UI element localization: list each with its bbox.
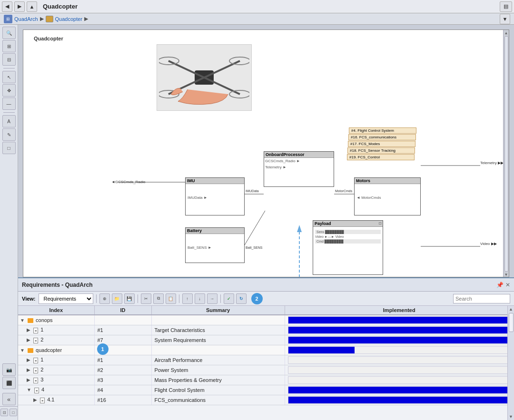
- battery-block[interactable]: Battery Batt_SENS ►: [185, 227, 245, 263]
- req-table-area[interactable]: Index ID Summary Implemented ▼ co: [18, 306, 514, 420]
- svg-text:Video ▶▶: Video ▶▶: [480, 242, 497, 246]
- payload-block[interactable]: Payload□ Sens ████████ Video ►—► Video C…: [313, 220, 383, 275]
- diagram-title: Quadcopter: [34, 36, 63, 41]
- imu-title: IMU: [186, 178, 244, 184]
- camera-button[interactable]: 📷: [2, 363, 16, 376]
- id-q2: #2: [94, 365, 151, 375]
- shape-button[interactable]: □: [2, 142, 16, 154]
- table-row[interactable]: ▶ ≡ 2 #7 System Requirements: [18, 335, 514, 345]
- expand-q1[interactable]: ▶: [27, 357, 30, 362]
- svg-text:◄GCSCmds_Radio: ◄GCSCmds_Radio: [111, 180, 146, 184]
- impl-q41: [285, 395, 514, 405]
- breadcrumb-quadcopter[interactable]: Quadcopter: [55, 16, 82, 22]
- table-row[interactable]: ▶ ≡ 1 #1 Target Characteristics: [18, 325, 514, 335]
- index-c2: 2: [40, 337, 43, 342]
- summary-q41: FCS_communications: [151, 395, 285, 405]
- table-row[interactable]: ▶ ≡ 1 #1 Aircraft Performance: [18, 355, 514, 365]
- motors-block[interactable]: Motors ◄ MotorCmds: [354, 177, 421, 215]
- breadcrumb-icon: ⊞: [4, 15, 12, 23]
- expand-quadcopter[interactable]: ▼: [20, 348, 25, 353]
- expand-conops[interactable]: ▼: [20, 318, 25, 323]
- select-button[interactable]: ↖: [2, 71, 16, 83]
- move-up-button[interactable]: ↑: [182, 293, 193, 304]
- req-panel-title: Requirements - QuadArch: [22, 282, 93, 288]
- annotate-button[interactable]: ✎: [2, 128, 16, 141]
- diagram-canvas[interactable]: Quadcopter: [18, 25, 514, 277]
- pin-icon[interactable]: 📌: [496, 282, 504, 288]
- table-row[interactable]: ▶ ≡ 4.1 #16 FCS_communications: [18, 395, 514, 405]
- requirements-panel: Requirements - QuadArch 📌 ✕ View: Requir…: [18, 277, 514, 420]
- table-row[interactable]: ▼ conops: [18, 315, 514, 325]
- refresh-button[interactable]: ↻: [236, 293, 247, 304]
- summary-c2: System Requirements: [151, 335, 285, 345]
- impl-c2: [285, 335, 514, 345]
- index-q2: 2: [40, 367, 43, 372]
- id-c1: #1: [94, 325, 151, 335]
- expand-q2[interactable]: ▶: [27, 367, 30, 372]
- doc-icon: ≡: [33, 338, 38, 343]
- view-button[interactable]: ⊟: [2, 53, 16, 66]
- svg-line-1: [168, 61, 204, 78]
- id-q4: #4: [94, 385, 151, 395]
- expand-q3[interactable]: ▶: [27, 377, 30, 382]
- save-req-button[interactable]: 💾: [124, 293, 135, 304]
- onboard-title: OnboardProcessor: [264, 152, 334, 158]
- check-button[interactable]: ✓: [224, 293, 234, 304]
- folder-icon: [28, 348, 33, 353]
- col-implemented: Implemented: [285, 306, 514, 315]
- toolbar-sep-2: [138, 294, 138, 303]
- expand-q4[interactable]: ▼: [27, 387, 31, 392]
- search-input[interactable]: [453, 294, 510, 303]
- table-row[interactable]: ▶ ≡ 3 #3 Mass Properties & Geometry: [18, 375, 514, 385]
- id-q41: #16: [94, 395, 151, 405]
- svg-text:IMUData: IMUData: [246, 189, 259, 193]
- connect-button[interactable]: —: [2, 98, 16, 110]
- expand-c1[interactable]: ▶: [27, 327, 30, 332]
- zoom-fit-button[interactable]: 🔍: [2, 27, 16, 39]
- table-row[interactable]: ▶ ≡ 2 #2 Power System: [18, 365, 514, 375]
- move-down-button[interactable]: ↓: [195, 293, 205, 304]
- expand-q41[interactable]: ▶: [33, 397, 37, 402]
- req-scrollbar[interactable]: ▲ ▼: [507, 306, 514, 420]
- breadcrumb-quadarch[interactable]: QuadArch: [14, 16, 38, 22]
- imu-block[interactable]: IMU IMUData ►: [185, 177, 245, 215]
- folder-button[interactable]: 📁: [112, 293, 122, 304]
- view-dropdown[interactable]: Requirements All: [39, 293, 93, 304]
- top-toolbar: ◀ ▶ ▲ Quadcopter ▤: [0, 0, 514, 13]
- text-button[interactable]: A: [2, 115, 16, 127]
- layers-button[interactable]: □: [10, 409, 17, 416]
- forward-button[interactable]: ▶: [14, 1, 25, 12]
- req-table: Index ID Summary Implemented ▼ co: [18, 306, 514, 405]
- onboard-processor-block[interactable]: OnboardProcessor GCSCmds_Radio ► Telemet…: [264, 151, 334, 187]
- table-row[interactable]: ▼ quadcopter 1: [18, 345, 514, 355]
- arrange-button[interactable]: ⊡: [0, 409, 8, 416]
- expand-c2[interactable]: ▶: [27, 337, 30, 342]
- indent-button[interactable]: →: [207, 293, 217, 304]
- doc-icon: ≡: [33, 378, 38, 383]
- index-c1: 1: [40, 327, 43, 332]
- table-row[interactable]: ▼ ≡ 4 #4 Flight Control System: [18, 385, 514, 395]
- copy-button[interactable]: ⧉: [153, 293, 164, 304]
- breadcrumb-folder-icon: ​: [46, 16, 53, 22]
- req-panel-header: Requirements - QuadArch 📌 ✕: [18, 278, 514, 292]
- index-q1: 1: [40, 357, 43, 362]
- svg-line-2: [204, 61, 240, 78]
- summary-q1: Aircraft Performance: [151, 355, 285, 365]
- pan-button[interactable]: ✥: [2, 84, 16, 97]
- export-button[interactable]: ⬛: [2, 377, 16, 389]
- new-req-button[interactable]: ⊕: [99, 293, 110, 304]
- cut-button[interactable]: ✂: [141, 293, 151, 304]
- view-dropdown-container: Requirements All: [39, 293, 93, 304]
- toolbar-sep-1: [96, 294, 97, 303]
- collapse-sidebar-button[interactable]: «: [2, 393, 16, 405]
- svg-text:Batt_SENS: Batt_SENS: [246, 246, 263, 250]
- diagram-scrollbar[interactable]: ▲ ▼: [503, 30, 509, 277]
- zoom-area-button[interactable]: ⊞: [2, 40, 16, 52]
- impl-q2: [285, 365, 514, 375]
- close-panel-button[interactable]: ✕: [505, 282, 510, 288]
- breadcrumb-dropdown[interactable]: ▼: [500, 14, 510, 24]
- paste-button[interactable]: 📋: [166, 293, 176, 304]
- window-menu-button[interactable]: ▤: [500, 1, 512, 12]
- up-button[interactable]: ▲: [27, 1, 37, 12]
- back-button[interactable]: ◀: [2, 1, 12, 12]
